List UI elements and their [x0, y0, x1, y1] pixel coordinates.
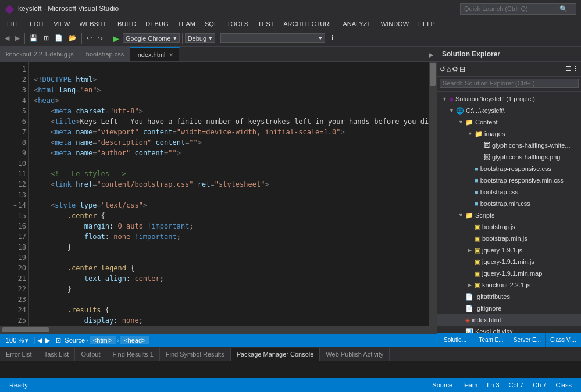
tree-bootstrap-responsive-min-css[interactable]: ■ bootstrap-responsive.min.css	[437, 174, 581, 186]
menu-help[interactable]: HELP	[414, 19, 440, 28]
tree-jquery-min[interactable]: ▣ jquery-1.9.1.min.js	[437, 256, 581, 268]
quick-launch[interactable]: 🔍	[460, 3, 576, 15]
tree-content[interactable]: ▼ 📁 Content	[437, 116, 581, 128]
tab-error-list[interactable]: Error List	[0, 348, 38, 361]
tree-knockout[interactable]: ▶ ▣ knockout-2.2.1.js	[437, 279, 581, 291]
fold-marker-23[interactable]: −	[13, 294, 16, 305]
toolbar-forward[interactable]: ▶	[13, 33, 22, 43]
tree-bootstrap-min-css[interactable]: ■ bootstrap.min.css	[437, 198, 581, 209]
tree-index-html[interactable]: ◈ index.html	[437, 314, 581, 326]
tab-index-html[interactable]: index.html ✕	[130, 47, 180, 61]
toolbar-open[interactable]: 📂	[66, 33, 79, 43]
code-content[interactable]: <!DOCTYPE html> <html lang="en"> <head> …	[29, 62, 429, 326]
toolbar-undo[interactable]: ↩	[84, 33, 94, 43]
tab-bar: knockout-2.2.1.debug.js bootstrap.css in…	[0, 47, 437, 62]
status-ln: Ln 3	[482, 382, 504, 389]
tree-bootstrap-js[interactable]: ▣ bootstrap.js	[437, 221, 581, 233]
tree-gitattributes[interactable]: 📄 .gitattributes	[437, 291, 581, 302]
tab-bootstrap-css[interactable]: bootstrap.css	[80, 47, 130, 61]
tree-bootstrap-css[interactable]: ■ bootstrap.css	[437, 186, 581, 198]
vs-logo: ◆	[5, 2, 13, 16]
bottom-content[interactable]	[0, 361, 581, 378]
tab-output[interactable]: Output	[75, 348, 106, 361]
tree-gitignore[interactable]: 📄 .gitignore	[437, 302, 581, 314]
tab-scroll-right[interactable]: ▶	[425, 49, 437, 61]
toolbar-new[interactable]: 📄	[52, 33, 65, 43]
menu-window[interactable]: WINDOW	[376, 19, 414, 28]
tab-find-results[interactable]: Find Results 1	[106, 348, 159, 361]
vertical-scrollbar[interactable]	[429, 62, 437, 326]
menu-architecture[interactable]: ARCHITECTURE	[279, 19, 338, 28]
tree-jquery-map[interactable]: ▣ jquery-1.9.1.min.map	[437, 268, 581, 279]
se-more-btn[interactable]: ⋮	[572, 65, 579, 73]
tree-bootstrap-min-js[interactable]: ▣ bootstrap.min.js	[437, 233, 581, 244]
tree-project[interactable]: ▼ 🌐 C:\...\keysleft\	[437, 105, 581, 116]
tab-web-publish[interactable]: Web Publish Activity	[320, 348, 390, 361]
status-source: Source	[427, 382, 457, 389]
toolbar: ◀ ▶ 💾 ⊞ 📄 📂 ↩ ↪ ▶ Google Chrome ▾ Debug …	[0, 30, 581, 47]
menu-edit[interactable]: EDIT	[25, 19, 49, 28]
menu-team[interactable]: TEAM	[173, 19, 200, 28]
breadcrumb-head[interactable]: <head>	[120, 336, 149, 344]
menu-file[interactable]: FILE	[2, 19, 25, 28]
se-props-btn[interactable]: ☰	[565, 65, 571, 73]
tab-find-symbol[interactable]: Find Symbol Results	[160, 348, 231, 361]
tree-solution[interactable]: ▼ ◆ Solution 'keysleft' (1 project)	[437, 93, 581, 105]
js-icon-jqmin: ▣	[475, 256, 480, 267]
fold-marker-14[interactable]: −	[13, 200, 16, 211]
arrow-images: ▼	[468, 129, 473, 139]
tree-jquery[interactable]: ▶ ▣ jquery-1.9.1.js	[437, 244, 581, 256]
platform-dropdown[interactable]: ▾	[220, 33, 325, 43]
se-collapse-btn[interactable]: ⊟	[459, 65, 465, 73]
tree-glyph-white[interactable]: 🖼 glyphicons-halflings-white...	[437, 140, 581, 151]
code-editor[interactable]: 12345678910111213−1415161718−19202122−23…	[0, 62, 437, 326]
breadcrumb-html[interactable]: <html>	[90, 336, 116, 344]
menu-tools[interactable]: TOOLS	[222, 19, 253, 28]
tab-knockout[interactable]: knockout-2.2.1.debug.js	[0, 47, 80, 61]
breadcrumb-source-label: Source	[65, 337, 85, 344]
config-dropdown[interactable]: Debug ▾	[185, 33, 215, 43]
tree-scripts[interactable]: ▼ 📁 Scripts	[437, 209, 581, 221]
menu-website[interactable]: WEBSITE	[74, 19, 113, 28]
tree-keysLeft-xlsx[interactable]: 📊 KeysLeft.xlsx	[437, 326, 581, 333]
toolbar-info[interactable]: ℹ	[329, 33, 336, 43]
tab-close-icon[interactable]: ✕	[169, 52, 173, 58]
fold-marker-19[interactable]: −	[13, 252, 16, 263]
menu-debug[interactable]: DEBUG	[141, 19, 173, 28]
arrow-scripts: ▼	[458, 210, 464, 220]
browser-dropdown[interactable]: Google Chrome ▾	[123, 33, 180, 43]
quick-launch-input[interactable]	[464, 5, 557, 12]
se-tab-server[interactable]: Server E...	[509, 333, 546, 347]
se-settings-btn[interactable]: ⚙	[452, 65, 458, 73]
toolbar-back[interactable]: ◀	[2, 33, 12, 43]
se-home-btn[interactable]: ⌂	[447, 65, 451, 73]
tree-glyph-png[interactable]: 🖼 glyphicons-halflings.png	[437, 151, 581, 163]
se-tab-solution[interactable]: Solutio...	[437, 333, 473, 347]
menu-sql[interactable]: SQL	[200, 19, 222, 28]
menu-test[interactable]: TEST	[253, 19, 279, 28]
run-button[interactable]: ▶	[111, 33, 122, 44]
menu-analyze[interactable]: ANALYZE	[338, 19, 376, 28]
menu-view[interactable]: VIEW	[49, 19, 74, 28]
editor-area: knockout-2.2.1.debug.js bootstrap.css in…	[0, 47, 437, 347]
se-tab-team[interactable]: Team E...	[473, 333, 509, 347]
tree-bootstrap-responsive-css[interactable]: ■ bootstrap-responsive.css	[437, 163, 581, 174]
css-icon-brm: ■	[475, 175, 479, 186]
toolbar-redo[interactable]: ↪	[95, 33, 105, 43]
se-search-input[interactable]	[440, 79, 579, 88]
toolbar-save[interactable]: 💾	[27, 33, 40, 43]
tab-task-list[interactable]: Task List	[38, 348, 76, 361]
se-tab-class[interactable]: Class Vi...	[546, 333, 581, 347]
folder-icon-images: 📁	[475, 129, 483, 139]
app-title: keysleft - Microsoft Visual Studio	[18, 5, 119, 13]
nav-backward[interactable]: ◀	[36, 337, 43, 344]
se-search-box[interactable]	[437, 77, 581, 92]
nav-forward[interactable]: ▶	[44, 337, 51, 344]
zoom-dropdown[interactable]: 100 % ▾	[2, 337, 32, 344]
h-scroll-bar[interactable]	[0, 326, 437, 334]
tab-package-manager[interactable]: Package Manager Console	[231, 348, 320, 361]
toolbar-save-all[interactable]: ⊞	[41, 33, 51, 43]
tree-images[interactable]: ▼ 📁 images	[437, 128, 581, 140]
se-refresh-btn[interactable]: ↺	[440, 65, 445, 73]
menu-build[interactable]: BUILD	[113, 19, 141, 28]
